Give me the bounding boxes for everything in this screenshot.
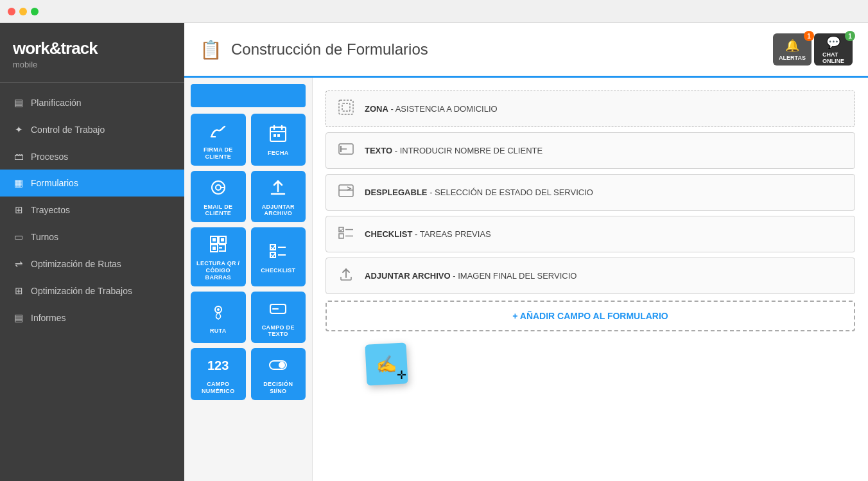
sidebar-item-formularios[interactable]: ▦ Formularios bbox=[0, 170, 184, 197]
palette-item-qr[interactable]: LECTURA QR / CÓDIGO BARRAS bbox=[191, 227, 246, 286]
palette-item-decision[interactable]: DECISIÓN SI/NO bbox=[251, 348, 306, 400]
main-content: 📋 Construcción de Formularios 1 🔔 ALERTA… bbox=[184, 23, 868, 481]
palette-item-campo-numerico[interactable]: 123CAMPO NUMÉRICO bbox=[191, 348, 246, 400]
field-text-desplegable: DESPLEGABLE - SELECCIÓN DE ESTADO DEL SE… bbox=[365, 188, 593, 197]
nav-label-turnos: Turnos bbox=[31, 232, 58, 242]
svg-text:123: 123 bbox=[207, 358, 229, 372]
alertas-button[interactable]: 1 🔔 ALERTAS bbox=[773, 33, 812, 66]
nav-icon-control-trabajo: ✦ bbox=[13, 124, 24, 136]
form-field-checklist[interactable]: CHECKLIST - TAREAS PREVIAS bbox=[326, 216, 855, 252]
nav-icon-procesos: 🗃 bbox=[13, 151, 24, 162]
svg-rect-36 bbox=[339, 185, 353, 197]
svg-rect-13 bbox=[221, 238, 224, 241]
palette-item-fecha[interactable]: FECHA bbox=[251, 114, 306, 166]
palette-icon-qr bbox=[208, 234, 229, 258]
form-field-adjuntar-archivo[interactable]: ADJUNTAR ARCHIVO - IMAGEN FINAL DEL SERV… bbox=[326, 258, 855, 294]
form-field-desplegable[interactable]: DESPLEGABLE - SELECCIÓN DE ESTADO DEL SE… bbox=[326, 174, 855, 211]
chat-button[interactable]: 1 💬 CHATONLINE bbox=[814, 33, 853, 66]
main-header: 📋 Construcción de Formularios 1 🔔 ALERTA… bbox=[184, 23, 868, 78]
svg-rect-4 bbox=[273, 134, 276, 137]
field-description-desplegable: - SELECCIÓN DE ESTADO DEL SERVICIO bbox=[430, 188, 593, 197]
palette-label-campo-numerico: CAMPO NUMÉRICO bbox=[195, 381, 242, 395]
sidebar-item-planificacion[interactable]: ▤ Planificación bbox=[0, 89, 184, 116]
logo-text: work&track bbox=[13, 39, 171, 58]
field-icon-checklist bbox=[336, 224, 356, 244]
sidebar-item-procesos[interactable]: 🗃 Procesos bbox=[0, 143, 184, 170]
palette-item-email[interactable]: EMAIL DE CLIENTE bbox=[191, 171, 246, 223]
field-description-checklist: - TAREAS PREVIAS bbox=[415, 229, 491, 239]
dot-yellow[interactable] bbox=[19, 8, 27, 15]
form-field-zona[interactable]: ZONA - ASISTENCIA A DOMICILIO bbox=[326, 91, 855, 127]
field-text-checklist: CHECKLIST - TAREAS PREVIAS bbox=[365, 229, 491, 239]
palette-item-firma[interactable]: FIRMA DE CLIENTE bbox=[191, 114, 246, 166]
palette-icon-adjuntar bbox=[268, 177, 288, 201]
nav-label-optimizacion-rutas: Optimización de Rutas bbox=[31, 259, 121, 269]
forms-icon: 📋 bbox=[200, 39, 222, 60]
field-type-texto: TEXTO bbox=[365, 146, 392, 155]
form-field-texto[interactable]: TEXTO - INTRODUCIR NOMBRE DE CLIENTE bbox=[326, 132, 855, 169]
app-container: work&track mobile ▤ Planificación✦ Contr… bbox=[0, 23, 868, 481]
palette-item-checklist[interactable]: CHECKLIST bbox=[251, 227, 306, 286]
palette-icon-fecha bbox=[268, 123, 288, 147]
nav-label-procesos: Procesos bbox=[31, 152, 68, 162]
sidebar: work&track mobile ▤ Planificación✦ Contr… bbox=[0, 23, 184, 481]
sidebar-item-turnos[interactable]: ▭ Turnos bbox=[0, 223, 184, 250]
add-field-button[interactable]: + AÑADIR CAMPO AL FORMULARIO bbox=[326, 301, 855, 331]
sidebar-logo: work&track mobile bbox=[0, 23, 184, 83]
page-title: Construcción de Formularios bbox=[231, 40, 428, 58]
field-palette: FIRMA DE CLIENTEFECHAEMAIL DE CLIENTEADJ… bbox=[184, 78, 313, 481]
svg-rect-11 bbox=[213, 238, 216, 241]
sidebar-item-control-trabajo[interactable]: ✦ Control de Trabajo bbox=[0, 116, 184, 143]
field-type-adjuntar-archivo: ADJUNTAR ARCHIVO bbox=[365, 271, 451, 281]
nav-icon-informes: ▤ bbox=[13, 312, 24, 324]
field-type-desplegable: DESPLEGABLE bbox=[365, 188, 428, 197]
nav-icon-turnos: ▭ bbox=[13, 231, 24, 243]
svg-rect-32 bbox=[342, 103, 350, 111]
logo-sub: mobile bbox=[13, 60, 171, 69]
palette-label-adjuntar: ADJUNTAR ARCHIVO bbox=[255, 204, 302, 218]
window-dots bbox=[8, 8, 39, 15]
svg-point-7 bbox=[216, 185, 221, 190]
palette-icon-checklist bbox=[268, 241, 288, 265]
nav-label-optimizacion-trabajos: Optimización de Trabajos bbox=[31, 286, 132, 296]
palette-label-email: EMAIL DE CLIENTE bbox=[195, 204, 242, 218]
palette-label-checklist: CHECKLIST bbox=[261, 267, 295, 274]
body-area: FIRMA DE CLIENTEFECHAEMAIL DE CLIENTEADJ… bbox=[184, 78, 868, 481]
palette-item-adjuntar[interactable]: ADJUNTAR ARCHIVO bbox=[251, 171, 306, 223]
field-icon-texto bbox=[336, 141, 356, 161]
palette-icon-ruta bbox=[208, 301, 229, 325]
palette-label-campo-texto: CAMPO DE TEXTO bbox=[255, 324, 302, 338]
alertas-label: ALERTAS bbox=[779, 55, 806, 61]
palette-label-fecha: FECHA bbox=[268, 150, 289, 157]
svg-rect-5 bbox=[277, 134, 280, 137]
field-icon-adjuntar-archivo bbox=[336, 266, 356, 286]
chat-label: CHATONLINE bbox=[822, 51, 844, 64]
svg-point-30 bbox=[279, 362, 285, 369]
nav-icon-optimizacion-rutas: ⇌ bbox=[13, 258, 24, 270]
sidebar-item-optimizacion-trabajos[interactable]: ⊞ Optimización de Trabajos bbox=[0, 277, 184, 304]
field-description-zona: - ASISTENCIA A DOMICILIO bbox=[390, 104, 497, 114]
field-icon-zona bbox=[336, 99, 356, 119]
nav-label-planificacion: Planificación bbox=[31, 98, 82, 108]
nav-icon-planificacion: ▤ bbox=[13, 97, 24, 109]
nav-label-formularios: Formularios bbox=[31, 178, 78, 188]
field-icon-desplegable bbox=[336, 182, 356, 202]
sidebar-item-trayectos[interactable]: ⊞ Trayectos bbox=[0, 197, 184, 223]
field-type-checklist: CHECKLIST bbox=[365, 229, 412, 239]
nav-icon-trayectos: ⊞ bbox=[13, 204, 24, 216]
sidebar-item-optimizacion-rutas[interactable]: ⇌ Optimización de Rutas bbox=[0, 250, 184, 277]
palette-item-ruta[interactable]: RUTA bbox=[191, 292, 246, 344]
palette-icon-campo-numerico: 123 bbox=[206, 354, 230, 378]
nav-icon-formularios: ▦ bbox=[13, 177, 24, 189]
palette-label-qr: LECTURA QR / CÓDIGO BARRAS bbox=[195, 260, 242, 281]
sidebar-nav: ▤ Planificación✦ Control de Trabajo🗃 Pro… bbox=[0, 89, 184, 481]
palette-grid: FIRMA DE CLIENTEFECHAEMAIL DE CLIENTEADJ… bbox=[191, 114, 306, 400]
dot-green[interactable] bbox=[31, 8, 39, 15]
form-builder: ZONA - ASISTENCIA A DOMICILIO TEXTO - IN… bbox=[313, 78, 868, 481]
palette-item-campo-texto[interactable]: CAMPO DE TEXTO bbox=[251, 292, 306, 344]
dot-red[interactable] bbox=[8, 8, 15, 15]
sidebar-item-informes[interactable]: ▤ Informes bbox=[0, 304, 184, 331]
svg-rect-40 bbox=[339, 234, 343, 238]
chat-icon: 💬 bbox=[826, 35, 840, 49]
field-type-zona: ZONA bbox=[365, 104, 388, 114]
